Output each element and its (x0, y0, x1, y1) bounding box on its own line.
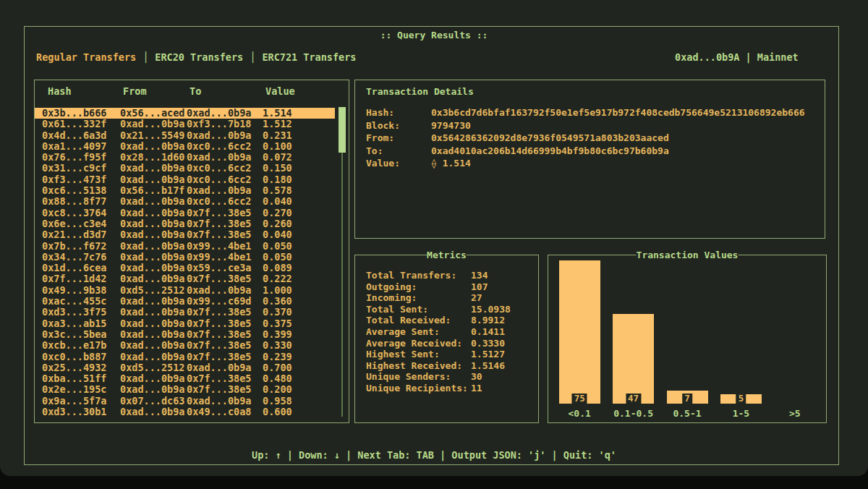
table-row[interactable]: 0x3b...b6660x56...aced0xad...0b9a1.514 (35, 108, 335, 119)
metric-label: Average Received: (366, 338, 471, 349)
cell-from: 0x21...5549 (120, 130, 187, 141)
cell-value: 0.700 (263, 362, 306, 373)
bar-value-label: 5 (736, 394, 746, 404)
tab-erc20-transfers[interactable]: ERC20 Transfers (155, 51, 243, 63)
app-title: :: Query Results :: (0, 30, 868, 41)
table-row[interactable]: 0x76...f95f0x28...1d600xad...0b9a0.072 (35, 152, 335, 163)
scrollbar-track[interactable] (341, 107, 343, 417)
table-row[interactable]: 0xc8...37640xad...0b9a0x7f...38e50.270 (35, 208, 335, 218)
cell-from: 0xad...0b9a (120, 407, 187, 417)
metric-label: Total Received: (366, 315, 471, 326)
tab-regular-transfers[interactable]: Regular Transfers (36, 51, 136, 63)
bar-slot: 75 (553, 263, 606, 404)
table-row[interactable]: 0xba...51ff0xad...0b9a0x7f...38e50.480 (35, 373, 335, 384)
tab-separator: │ (142, 51, 148, 63)
metric-item: Highest Sent:1.5127 (366, 349, 538, 360)
table-row[interactable]: 0x88...8f770xad...0b9a0xc0...6cc20.040 (35, 196, 335, 207)
cell-to: 0x59...ce3a (187, 263, 263, 273)
cell-value: 0.150 (263, 163, 306, 174)
tab-erc721-transfers[interactable]: ERC721 Transfers (262, 51, 356, 63)
transaction-values-chart-panel: Transaction Values 754775 <0.10.1-0.50.5… (548, 255, 827, 423)
table-row[interactable]: 0x34...7c760xad...0b9a0x99...4be10.050 (35, 252, 335, 263)
cell-hash: 0xf3...473f (42, 174, 120, 185)
table-row[interactable]: 0x31...c9cf0xad...0b9a0xc0...6cc20.150 (35, 163, 335, 174)
cell-to: 0xad...0b9a (187, 130, 263, 141)
cell-value: 0.600 (263, 407, 306, 417)
cell-hash: 0x3b...b666 (42, 108, 120, 119)
cell-to: 0xf3...7b18 (187, 119, 263, 129)
column-header-hash: Hash (45, 86, 123, 97)
cell-to: 0x7f...38e5 (187, 352, 263, 362)
cell-value: 0.100 (263, 141, 306, 152)
metric-value: 8.9912 (471, 315, 505, 326)
cell-hash: 0xc8...3764 (42, 208, 120, 218)
scrollbar-thumb[interactable] (339, 107, 346, 153)
metric-label: Highest Sent: (366, 349, 471, 360)
table-row[interactable]: 0x1d...6cea0xad...0b9a0x59...ce3a0.089 (35, 263, 335, 273)
cell-from: 0xad...0b9a (120, 196, 187, 207)
cell-value: 1.000 (263, 285, 306, 296)
detail-value: ⟠ 1.514 (431, 157, 471, 170)
cell-to: 0x7f...38e5 (187, 340, 263, 351)
metric-item: Highest Received:1.5146 (366, 360, 538, 372)
table-row[interactable]: 0x3c...5bea0xad...0b9a0x7f...38e50.399 (35, 329, 335, 340)
cell-to: 0x7f...38e5 (187, 218, 263, 229)
table-row[interactable]: 0xf3...473f0xad...0b9a0xc0...6cc20.180 (35, 174, 335, 185)
chart-title: Transaction Values (637, 250, 739, 260)
cell-hash: 0x7b...f672 (42, 241, 120, 252)
details-fields: Hash:0x3b6cd7d6bfaf163792f50e1ef5e917b97… (366, 106, 825, 170)
column-header-value: Value (265, 86, 309, 97)
detail-field: Block:9794730 (366, 119, 825, 132)
cell-hash: 0x61...332f (42, 119, 120, 129)
bar-value-label: 75 (572, 394, 587, 404)
metric-label: Outgoing: (366, 281, 471, 293)
table-row[interactable]: 0xd3...3f750xad...0b9a0x7f...38e50.370 (35, 307, 335, 318)
cell-value: 0.958 (263, 396, 306, 407)
table-row[interactable]: 0x2e...195c0xad...0b9a0x7f...38e50.200 (35, 384, 335, 395)
cell-to: 0x7f...38e5 (187, 318, 263, 329)
table-row[interactable]: 0x25...49320xd5...25120xad...0b9a0.700 (35, 362, 335, 373)
table-row[interactable]: 0xcb...e17b0xad...0b9a0x7f...38e50.330 (35, 340, 335, 351)
cell-to: 0xad...0b9a (187, 185, 263, 196)
table-row[interactable]: 0x7b...f6720xad...0b9a0x99...4be10.050 (35, 241, 335, 252)
cell-hash: 0x6e...c3e4 (42, 218, 120, 229)
column-header-from: From (123, 86, 190, 97)
bar: 5 (720, 394, 762, 404)
cell-hash: 0xa1...4097 (42, 141, 120, 152)
metric-item: Average Sent:0.1411 (366, 326, 538, 338)
metric-label: Total Transfers: (366, 270, 471, 281)
cell-from: 0xad...0b9a (120, 141, 187, 152)
metric-value: 0.3330 (471, 338, 505, 349)
chart-category-label: 0.1-0.5 (606, 408, 660, 419)
cell-value: 1.514 (263, 108, 306, 119)
cell-from: 0xad...0b9a (120, 208, 187, 218)
cell-value: 0.399 (263, 329, 306, 340)
table-row[interactable]: 0xc6...51380x56...b17f0xad...0b9a0.578 (35, 185, 335, 196)
detail-label: From: (366, 132, 431, 145)
cell-to: 0xc0...6cc2 (187, 196, 263, 207)
cell-hash: 0x21...d3d7 (42, 229, 120, 240)
table-row[interactable]: 0x7f...1d420xad...0b9a0x7f...38e50.222 (35, 273, 335, 284)
cell-from: 0xad...0b9a (120, 318, 187, 329)
table-row[interactable]: 0x49...9b380xd5...25120xad...0b9a1.000 (35, 285, 335, 296)
status-bar: Up: ↑ | Down: ↓ | Next Tab: TAB | Output… (0, 450, 868, 461)
table-header: Hash From To Value (45, 86, 349, 97)
table-row[interactable]: 0xac...455c0xad...0b9a0x99...c69d0.360 (35, 296, 335, 307)
table-row[interactable]: 0x6e...c3e40xad...0b9a0x7f...38e50.260 (35, 218, 335, 229)
table-row[interactable]: 0x21...d3d70xad...0b9a0x7f...38e50.040 (35, 229, 335, 240)
cell-from: 0xad...0b9a (120, 373, 187, 384)
cell-value: 0.260 (263, 218, 306, 229)
table-row[interactable]: 0x4d...6a3d0x21...55490xad...0b9a0.231 (35, 130, 335, 141)
cell-to: 0x7f...38e5 (187, 307, 263, 318)
cell-hash: 0x1d...6cea (42, 263, 120, 273)
metric-value: 0.1411 (471, 326, 505, 338)
terminal-window: :: Query Results :: Regular Transfers│ER… (0, 0, 868, 476)
table-row[interactable]: 0xc0...b8870xad...0b9a0x7f...38e50.239 (35, 352, 335, 362)
table-row[interactable]: 0xd3...30b10xad...0b9a0x49...c0a80.600 (35, 407, 335, 417)
table-body: 0x3b...b6660x56...aced0xad...0b9a1.5140x… (35, 108, 349, 417)
table-row[interactable]: 0xa3...ab150xad...0b9a0x7f...38e50.375 (35, 318, 335, 329)
table-row[interactable]: 0x9a...5f7a0x07...dc630xad...0b9a0.958 (35, 396, 335, 407)
cell-value: 0.375 (263, 318, 306, 329)
table-row[interactable]: 0x61...332f0xad...0b9a0xf3...7b181.512 (35, 119, 335, 129)
table-row[interactable]: 0xa1...40970xad...0b9a0xc0...6cc20.100 (35, 141, 335, 152)
